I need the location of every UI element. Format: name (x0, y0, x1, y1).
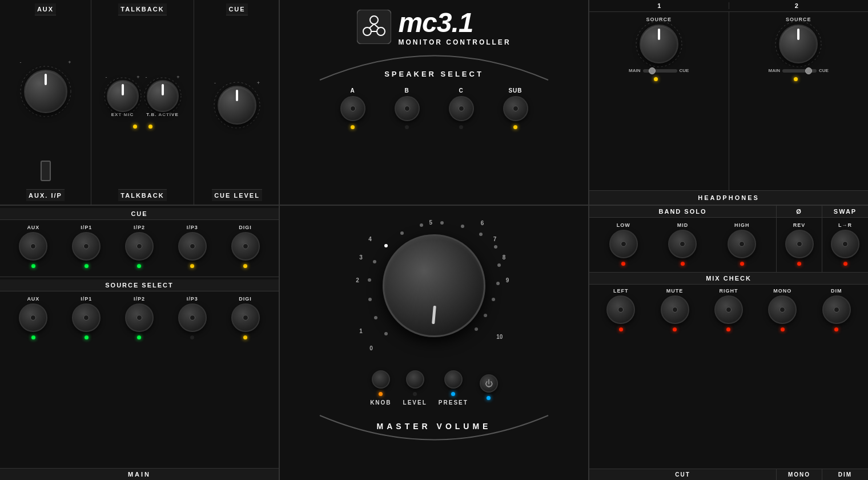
high-btn[interactable] (728, 230, 756, 258)
band-solo-main: BAND SOLO LOW MID HIGH (589, 206, 777, 272)
preset-ctrl-btn[interactable] (444, 370, 463, 389)
aux-knob[interactable] (24, 70, 67, 113)
cue-level-bottom-label: CUE LEVEL (212, 189, 262, 201)
high-btn-label: HIGH (734, 222, 750, 228)
left-btn-label: LEFT (613, 288, 629, 294)
knob-ctrl-item: KNOB (370, 370, 391, 406)
power-btn[interactable]: ⏻ (480, 374, 498, 393)
cue-button-row: AUX I/P1 I/P2 I/P3 (0, 220, 279, 274)
cue-section: CUE AUX I/P1 I/P2 (0, 206, 279, 277)
rev-btn[interactable] (785, 230, 814, 258)
dim-btn-label: DIM (831, 288, 842, 294)
src-btn-digi[interactable] (231, 303, 260, 332)
low-btn[interactable] (609, 230, 638, 258)
mute-led (673, 327, 677, 331)
speaker-btn-B[interactable] (395, 96, 420, 121)
cue-btn-aux-item: AUX (19, 225, 47, 270)
top-row: AUX - + (0, 0, 868, 206)
right-led (726, 327, 730, 331)
band-solo-section: BAND SOLO LOW MID HIGH (589, 206, 868, 273)
brand-logo-icon (357, 10, 391, 44)
level-ctrl-label: LEVEL (403, 399, 427, 406)
left-btn[interactable] (606, 295, 635, 324)
hp2-knob-ring (779, 25, 818, 63)
top-section: AUX - + (0, 0, 279, 205)
master-volume-knob[interactable] (383, 234, 485, 337)
knob-ctrl-led (379, 392, 383, 396)
speaker-btn-C[interactable] (449, 96, 474, 121)
aux-jack (41, 161, 51, 181)
src-btn-digi-item: DIGI (231, 296, 260, 341)
src-btn-ip2[interactable] (125, 303, 154, 332)
swap-section: SWAP L→R (822, 206, 868, 272)
speaker-led-C (459, 125, 463, 129)
mono-btn[interactable] (768, 295, 797, 324)
hp2-knob[interactable] (779, 25, 818, 63)
cue-btn-aux[interactable] (19, 232, 47, 261)
talkback-section: TALKBACK - + (91, 0, 194, 205)
rev-btn-item: REV (785, 222, 814, 267)
left-panel: AUX - + (0, 0, 280, 205)
cue-btn-ip2[interactable] (125, 232, 154, 261)
src-btn-ip3[interactable] (178, 303, 207, 332)
high-btn-item: HIGH (728, 222, 756, 267)
talkback-knob2[interactable] (147, 80, 179, 112)
mono-bottom-label: MONO (777, 469, 822, 480)
cue-btn-digi[interactable] (231, 232, 260, 261)
source-button-row: AUX I/P1 I/P2 I/P3 (0, 291, 279, 346)
speaker-btn-A-item: A (340, 87, 365, 131)
cue-level-knob[interactable] (218, 86, 256, 125)
src-btn-ip3-label: I/P3 (187, 296, 198, 302)
volume-knob-wrapper: 0 1 2 3 4 5 6 7 8 9 10 (354, 206, 514, 366)
level-ctrl-btn[interactable] (406, 370, 424, 389)
hp2-slider[interactable] (782, 69, 817, 73)
mute-btn-label: MUTE (666, 288, 684, 294)
speaker-label-SUB: SUB (508, 87, 522, 94)
talkback-knob1[interactable] (107, 80, 139, 112)
speaker-btn-SUB[interactable] (503, 96, 528, 121)
knob-ctrl-label: KNOB (370, 399, 391, 406)
cue-label: CUE (226, 3, 247, 15)
cue-btn-ip2-label: I/P2 (134, 225, 145, 230)
phase-buttons: REV (777, 218, 822, 272)
master-volume-panel: 0 1 2 3 4 5 6 7 8 9 10 (280, 206, 588, 480)
low-led (621, 262, 625, 266)
speaker-btn-A[interactable] (340, 96, 365, 121)
mute-btn[interactable] (661, 295, 689, 324)
cue-btn-ip3[interactable] (178, 232, 207, 261)
src-btn-ip1-item: I/P1 (72, 296, 101, 341)
brand-subtitle: Monitor Controller (398, 38, 511, 46)
cue-level-knob-ring (218, 86, 256, 125)
band-solo-label: BAND SOLO (589, 206, 776, 218)
swap-label: SWAP (822, 206, 868, 218)
right-btn[interactable] (714, 295, 743, 324)
lr-btn-item: L→R (831, 222, 859, 267)
knob-ctrl-btn[interactable] (372, 370, 390, 389)
src-btn-aux[interactable] (19, 303, 47, 332)
cue-btn-digi-item: DIGI (231, 225, 260, 270)
hp-channel2-number: 2 (729, 2, 866, 9)
hp1-knob[interactable] (640, 25, 678, 63)
cue-btn-ip1[interactable] (72, 232, 101, 261)
dim-btn[interactable] (822, 295, 851, 324)
aux-section: AUX - + (0, 0, 91, 205)
band-solo-buttons: LOW MID HIGH (589, 218, 776, 272)
speaker-select-label: SPEAKER SELECT (384, 70, 484, 78)
main-panel: AUX - + (0, 0, 868, 480)
speaker-led-B (405, 125, 409, 129)
src-btn-ip2-label: I/P2 (134, 296, 145, 302)
hp1-knob-ring (640, 25, 678, 63)
mix-check-section: MIX CHECK LEFT MUTE RIGHT (589, 273, 868, 480)
dim-btn-item: DIM (822, 288, 851, 333)
master-vol-label: MASTER VOLUME (377, 422, 492, 431)
bottom-row: CUE AUX I/P1 I/P2 (0, 206, 868, 480)
cue-btn-ip1-item: I/P1 (72, 225, 101, 270)
hp1-slider[interactable] (643, 69, 677, 73)
lr-btn-label: L→R (838, 222, 852, 228)
lr-btn[interactable] (831, 230, 859, 258)
mid-btn[interactable] (668, 230, 697, 258)
src-btn-aux-label: AUX (27, 296, 39, 302)
src-btn-ip1[interactable] (72, 303, 101, 332)
src-led-aux (31, 335, 35, 339)
mono-led (781, 327, 785, 331)
